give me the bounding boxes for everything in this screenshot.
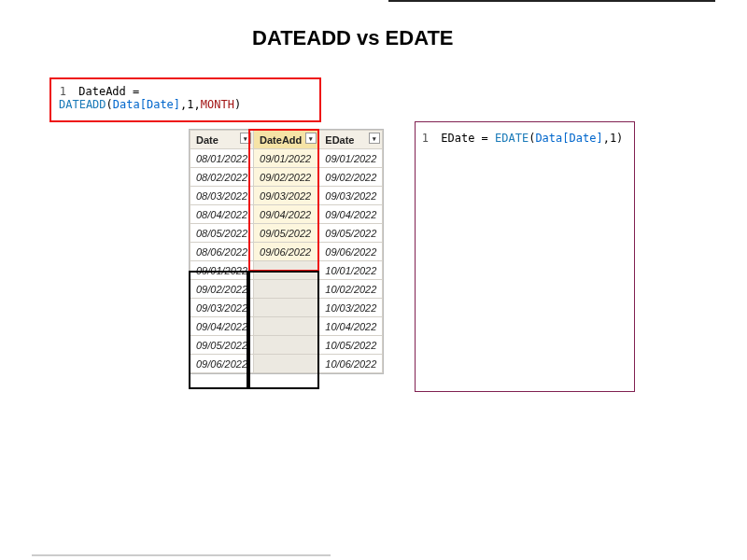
chevron-down-icon[interactable]: ▾ [369, 133, 380, 144]
cell-edate[interactable]: 10/03/2022 [319, 299, 383, 317]
table-row[interactable]: 09/01/202210/01/2022 [190, 261, 383, 280]
table-row[interactable]: 08/03/202209/03/202209/03/2022 [190, 187, 383, 205]
cell-date[interactable]: 09/04/2022 [190, 317, 254, 336]
formula-prefix: EDate = [441, 132, 495, 145]
cell-date[interactable]: 08/05/2022 [190, 224, 254, 243]
cell-date[interactable]: 09/03/2022 [190, 299, 254, 317]
cell-edate[interactable]: 09/06/2022 [319, 243, 383, 261]
formula-arg-table: Data[Date] [113, 98, 180, 111]
cell-edate[interactable]: 10/06/2022 [319, 355, 383, 373]
table-row[interactable]: 08/05/202209/05/202209/05/2022 [190, 224, 383, 243]
col-header-date[interactable]: Date ▾ [190, 131, 254, 149]
cell-date[interactable]: 08/01/2022 [190, 149, 254, 168]
formula-arg-month: MONTH [201, 98, 234, 111]
chevron-down-icon[interactable]: ▾ [305, 133, 317, 144]
table-row[interactable]: 08/04/202209/04/202209/04/2022 [190, 205, 383, 224]
table-row[interactable]: 09/03/202210/03/2022 [190, 299, 383, 317]
cell-dateadd[interactable] [254, 280, 319, 299]
col-header-dateadd[interactable]: DateAdd ▾ [254, 131, 319, 149]
top-divider [388, 0, 715, 2]
formula-arg-table: Data[Date] [535, 132, 602, 145]
cell-dateadd[interactable] [254, 317, 319, 336]
formula-arg-num: 1 [187, 98, 193, 111]
cell-dateadd[interactable]: 09/04/2022 [254, 205, 319, 224]
cell-dateadd[interactable]: 09/03/2022 [254, 187, 319, 205]
cell-date[interactable]: 08/02/2022 [190, 168, 254, 187]
cell-edate[interactable]: 09/02/2022 [319, 168, 383, 187]
chevron-down-icon[interactable]: ▾ [240, 133, 251, 144]
cell-date[interactable]: 09/06/2022 [190, 355, 254, 373]
line-number: 1 [421, 132, 429, 145]
cell-dateadd[interactable] [254, 299, 319, 317]
table-row[interactable]: 09/06/202210/06/2022 [190, 355, 383, 373]
table-row[interactable]: 08/02/202209/02/202209/02/2022 [190, 168, 383, 187]
page-title: DATEADD vs EDATE [252, 26, 454, 50]
cell-edate[interactable]: 10/02/2022 [319, 280, 383, 299]
formula-func: DATEADD [59, 98, 106, 111]
cell-edate[interactable]: 09/05/2022 [319, 224, 383, 243]
table-header-row: Date ▾ DateAdd ▾ EDate ▾ [190, 131, 383, 149]
cell-date[interactable]: 09/01/2022 [190, 261, 254, 280]
cell-dateadd[interactable] [254, 355, 319, 373]
cell-edate[interactable]: 09/03/2022 [319, 187, 383, 205]
col-header-edate[interactable]: EDate ▾ [319, 131, 383, 149]
cell-dateadd[interactable]: 09/06/2022 [254, 243, 319, 261]
formula-edate-box: 1 EDate = EDATE(Data[Date],1) [415, 121, 635, 392]
cell-dateadd[interactable]: 09/02/2022 [254, 168, 319, 187]
cell-dateadd[interactable] [254, 336, 319, 355]
cell-edate[interactable]: 09/01/2022 [319, 149, 383, 168]
cell-date[interactable]: 08/04/2022 [190, 205, 254, 224]
formula-dateadd-box: 1 DateAdd = DATEADD(Data[Date],1,MONTH) [49, 77, 321, 122]
formula-func: EDATE [495, 132, 529, 145]
line-number: 1 [59, 85, 66, 98]
data-table: Date ▾ DateAdd ▾ EDate ▾ 08/01/202209/01… [189, 129, 384, 374]
table-row[interactable]: 09/04/202210/04/2022 [190, 317, 383, 336]
cell-dateadd[interactable]: 09/05/2022 [254, 224, 319, 243]
cell-date[interactable]: 08/06/2022 [190, 243, 254, 261]
cell-date[interactable]: 09/02/2022 [190, 280, 254, 299]
cell-edate[interactable]: 10/04/2022 [319, 317, 383, 336]
cell-edate[interactable]: 10/01/2022 [319, 261, 383, 280]
cell-dateadd[interactable] [254, 261, 319, 280]
formula-prefix: DateAdd = [78, 85, 139, 98]
table-row[interactable]: 09/02/202210/02/2022 [190, 280, 383, 299]
cell-date[interactable]: 08/03/2022 [190, 187, 254, 205]
cell-dateadd[interactable]: 09/01/2022 [254, 149, 319, 168]
table-row[interactable]: 08/06/202209/06/202209/06/2022 [190, 243, 383, 261]
cell-edate[interactable]: 10/05/2022 [319, 336, 383, 355]
table-row[interactable]: 09/05/202210/05/2022 [190, 336, 383, 355]
table-row[interactable]: 08/01/202209/01/202209/01/2022 [190, 149, 383, 168]
cell-edate[interactable]: 09/04/2022 [319, 205, 383, 224]
bottom-divider [32, 554, 331, 556]
cell-date[interactable]: 09/05/2022 [190, 336, 254, 355]
